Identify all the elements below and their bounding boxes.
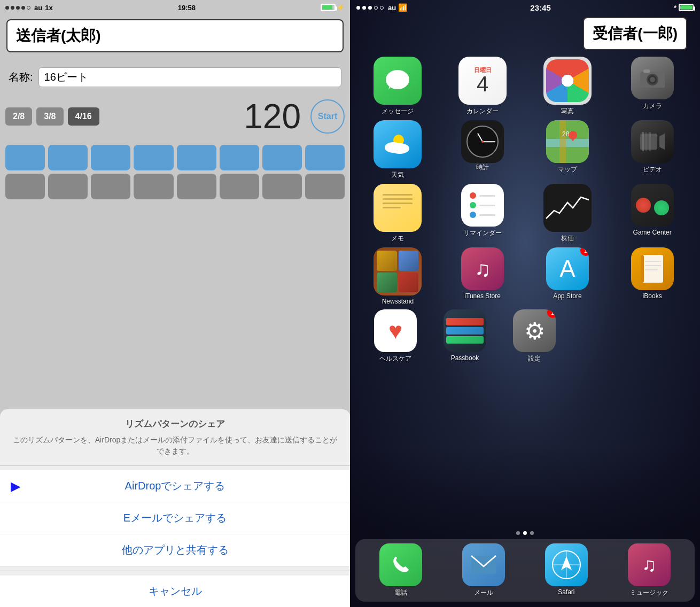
beat-cell[interactable] xyxy=(48,145,88,170)
app-item-camera[interactable]: カメラ xyxy=(618,57,687,116)
beat-btn-4-16[interactable]: 4/16 xyxy=(68,107,99,126)
beat-cell-dark[interactable] xyxy=(220,174,259,199)
dot4 xyxy=(21,6,25,10)
beat-row-1 xyxy=(5,145,345,170)
beat-cell-dark[interactable] xyxy=(305,174,345,199)
app-item-newsstand[interactable]: Newsstand xyxy=(363,247,432,305)
page-dot-1 xyxy=(516,531,520,535)
name-input[interactable] xyxy=(38,67,341,87)
beat-cell[interactable] xyxy=(177,145,216,170)
status-bar-left: au 1x 19:58 ⚡ xyxy=(0,0,350,15)
app-item-memo[interactable]: メモ xyxy=(363,184,432,243)
app-icon-passbook xyxy=(444,309,486,352)
airdrop-btn[interactable]: ▶ AirDropでシェアする xyxy=(0,470,350,502)
app-label-itunes: iTunes Store xyxy=(464,292,501,300)
page-dot-3 xyxy=(530,531,534,535)
app-icon-maps: 280 xyxy=(546,120,589,163)
app-item-itunes[interactable]: ♫ iTunes Store xyxy=(448,247,517,305)
dot3 xyxy=(16,6,20,10)
app-label-gamecenter: Game Center xyxy=(633,229,672,236)
dock-item-phone[interactable]: 電話 xyxy=(371,543,430,597)
app-icon-weather xyxy=(374,120,422,168)
app-item-videos[interactable]: ビデオ xyxy=(618,120,687,180)
email-btn[interactable]: Eメールでシェアする xyxy=(0,502,350,534)
beat-cell-dark[interactable] xyxy=(262,174,302,199)
other-label: 他のアプリと共有する xyxy=(122,543,229,557)
app-icon-newsstand xyxy=(374,247,422,295)
sig-dot-r2 xyxy=(362,6,366,10)
app-label-newsstand: Newsstand xyxy=(382,298,414,305)
beat-cell[interactable] xyxy=(91,145,130,170)
beat-cell[interactable] xyxy=(305,145,345,170)
beat-cell[interactable] xyxy=(5,145,45,170)
beat-btn-2-8[interactable]: 2/8 xyxy=(5,107,32,126)
wifi-icon: 📶 xyxy=(398,3,407,12)
page-dots xyxy=(355,531,695,535)
beat-cell[interactable] xyxy=(134,145,173,170)
cancel-label: キャンセル xyxy=(149,584,202,598)
app-item-settings[interactable]: 1 ⚙ 設定 xyxy=(500,309,569,363)
beat-cell-dark[interactable] xyxy=(48,174,88,199)
dock: 電話 メール xyxy=(355,539,695,602)
app-label-calendar: カレンダー xyxy=(466,107,499,116)
app-row-2: 天気 時計 280 xyxy=(355,120,695,180)
app-item-gamecenter[interactable]: Game Center xyxy=(618,184,687,243)
app-item-health[interactable]: ♥ ヘルスケア xyxy=(361,309,430,363)
sig-dot-r4 xyxy=(374,6,378,10)
app-item-stocks[interactable]: 株価 xyxy=(533,184,602,243)
music-icon: ♫ xyxy=(642,554,656,576)
airdrop-label: AirDropでシェアする xyxy=(125,479,225,493)
beat-cell[interactable] xyxy=(220,145,259,170)
beat-cell-dark[interactable] xyxy=(134,174,173,199)
app-item-photos[interactable]: 写真 xyxy=(533,57,602,116)
svg-rect-19 xyxy=(642,132,644,151)
app-item-messages[interactable]: メッセージ xyxy=(363,57,432,116)
app-item-appstore[interactable]: 1 A App Store xyxy=(533,247,602,305)
app-label-weather: 天気 xyxy=(391,170,404,180)
app-label-messages: メッセージ xyxy=(382,107,414,116)
beat-cell-dark[interactable] xyxy=(177,174,216,199)
time-left: 19:58 xyxy=(178,4,196,12)
app-row-4: Newsstand ♫ iTunes Store 1 A App Store xyxy=(355,247,695,305)
other-apps-btn[interactable]: 他のアプリと共有する xyxy=(0,534,350,566)
app-icon-clock xyxy=(461,120,504,163)
dock-item-mail[interactable]: メール xyxy=(454,543,513,597)
battery-left: ⚡ xyxy=(321,4,345,11)
cancel-btn[interactable]: キャンセル xyxy=(0,575,350,607)
receiver-container: 受信者(一郎) xyxy=(350,15,700,52)
svg-rect-24 xyxy=(641,255,644,283)
app-item-weather[interactable]: 天気 xyxy=(363,120,432,180)
beat-cell-dark[interactable] xyxy=(91,174,130,199)
start-button[interactable]: Start xyxy=(310,99,345,134)
app-row-3: メモ xyxy=(355,184,695,243)
beat-row-2 xyxy=(5,174,345,199)
battery-right xyxy=(679,4,694,11)
beat-cell[interactable] xyxy=(262,145,302,170)
cal-date: 4 xyxy=(477,73,488,95)
app-icon-appstore: 1 A xyxy=(546,247,589,290)
app-icon-videos xyxy=(631,120,674,163)
share-dialog: リズムパターンのシェア このリズムパターンを、AirDropまたはメールの添付フ… xyxy=(0,409,350,607)
app-label-photos: 写真 xyxy=(561,107,574,116)
dot2 xyxy=(11,6,14,10)
appstore-a-icon: A xyxy=(559,255,575,282)
app-item-passbook[interactable]: Passbook xyxy=(430,309,500,363)
app-item-maps[interactable]: 280 マップ xyxy=(533,120,602,180)
dock-area: 電話 メール xyxy=(350,527,700,607)
app-item-ibooks[interactable]: iBooks xyxy=(618,247,687,305)
email-label: Eメールでシェアする xyxy=(123,511,227,525)
dock-icon-safari xyxy=(545,543,588,586)
svg-rect-12 xyxy=(546,139,589,147)
time-right: 23:45 xyxy=(530,3,550,12)
dock-item-safari[interactable]: Safari xyxy=(537,543,596,597)
app-icon-calendar: 日曜日 4 xyxy=(458,57,507,105)
dock-item-music[interactable]: ♫ ミュージック xyxy=(620,543,679,597)
sig-dot-r3 xyxy=(368,6,372,10)
beat-grid xyxy=(5,145,345,203)
app-item-calendar[interactable]: 日曜日 4 カレンダー xyxy=(448,57,517,116)
carrier-right: au xyxy=(388,4,396,12)
app-item-clock[interactable]: 時計 xyxy=(448,120,517,180)
beat-btn-3-8[interactable]: 3/8 xyxy=(36,107,63,126)
app-item-reminder[interactable]: リマインダー xyxy=(448,184,517,243)
beat-cell-dark[interactable] xyxy=(5,174,45,199)
